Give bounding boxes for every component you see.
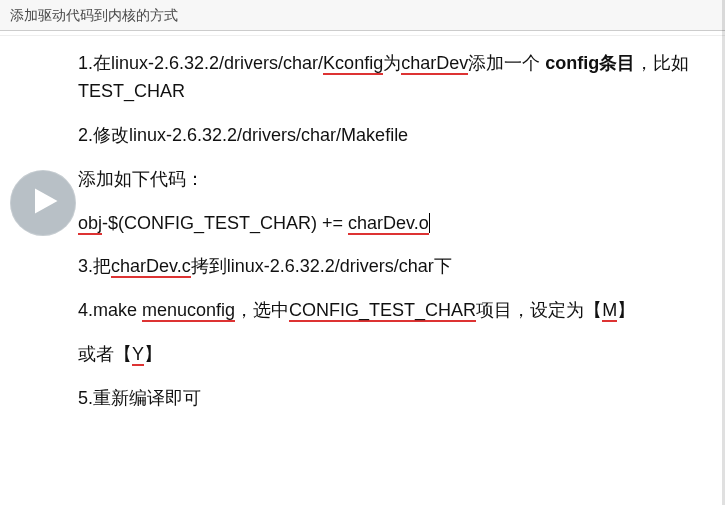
text-strong: config条目 xyxy=(545,53,635,73)
code-line: obj-$(CONFIG_TEST_CHAR) += charDev.o xyxy=(78,210,695,238)
text-underlined: obj xyxy=(78,213,102,235)
text: 1.在linux-2.6.32.2/drivers/char/ xyxy=(78,53,323,73)
text: ，选中 xyxy=(235,300,289,320)
text-underlined: charDev xyxy=(401,53,468,75)
text-cursor xyxy=(429,213,430,233)
step-5: 5.重新编译即可 xyxy=(78,385,695,413)
text: 】 xyxy=(144,344,162,364)
document-window: 添加驱动代码到内核的方式 1.在linux-2.6.32.2/drivers/c… xyxy=(0,0,725,505)
play-button[interactable] xyxy=(10,170,76,236)
play-icon xyxy=(26,186,60,220)
document-body: 1.在linux-2.6.32.2/drivers/char/Kconfig为c… xyxy=(0,36,725,439)
step-1: 1.在linux-2.6.32.2/drivers/char/Kconfig为c… xyxy=(78,50,695,106)
text-underlined: CONFIG_TEST_CHAR xyxy=(289,300,476,322)
text: 4.make xyxy=(78,300,142,320)
text-underlined: M xyxy=(602,300,617,322)
text-underlined: menuconfig xyxy=(142,300,235,322)
text: 项目，设定为【 xyxy=(476,300,602,320)
text: 或者【 xyxy=(78,344,132,364)
text-underlined: charDev.o xyxy=(348,213,429,235)
text: 为 xyxy=(383,53,401,73)
text-underlined: Y xyxy=(132,344,144,366)
step-2: 2.修改linux-2.6.32.2/drivers/char/Makefile xyxy=(78,122,695,150)
text: -$(CONFIG_TEST_CHAR) += xyxy=(102,213,348,233)
text-underlined: Kconfig xyxy=(323,53,383,75)
text: 拷到linux-2.6.32.2/drivers/char下 xyxy=(191,256,452,276)
step-3: 3.把charDev.c拷到linux-2.6.32.2/drivers/cha… xyxy=(78,253,695,281)
text: 3.把 xyxy=(78,256,111,276)
window-title: 添加驱动代码到内核的方式 xyxy=(0,0,725,31)
text: 】 xyxy=(617,300,635,320)
step-4: 4.make menuconfig，选中CONFIG_TEST_CHAR项目，设… xyxy=(78,297,695,325)
step-2-sub: 添加如下代码： xyxy=(78,166,695,194)
text: 添加一个 xyxy=(468,53,540,73)
step-4-sub: 或者【Y】 xyxy=(78,341,695,369)
text-underlined: charDev.c xyxy=(111,256,191,278)
